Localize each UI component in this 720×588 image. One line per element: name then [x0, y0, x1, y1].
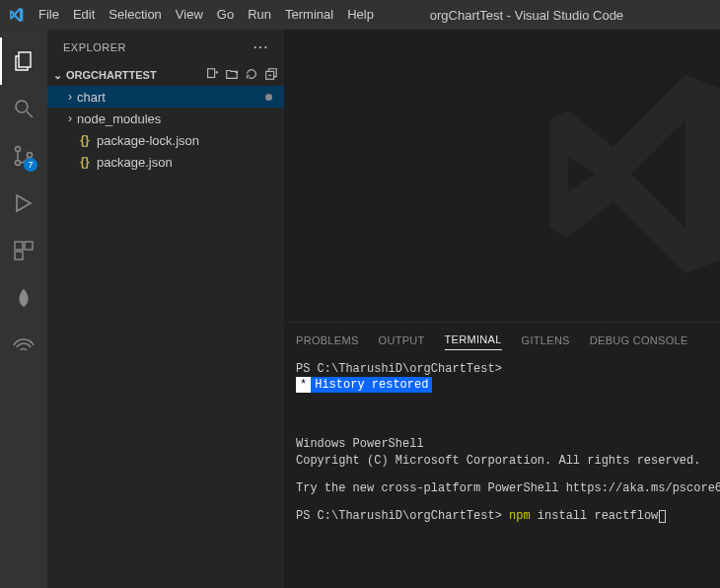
- terminal-line: Windows PowerShell: [296, 436, 708, 452]
- svg-line-2: [27, 111, 33, 117]
- menu-selection[interactable]: Selection: [102, 0, 168, 30]
- title-bar: File Edit Selection View Go Run Terminal…: [0, 0, 720, 30]
- project-name: ORGCHARTTEST: [66, 69, 157, 81]
- terminal-line: PS C:\TharushiD\orgChartTest>: [296, 361, 708, 377]
- refresh-icon[interactable]: [245, 67, 258, 83]
- new-file-icon[interactable]: [205, 67, 219, 83]
- modified-indicator-icon: [265, 94, 272, 101]
- sidebar: EXPLORER ⋯ ⌄ ORGCHARTTEST › chart ›: [47, 30, 284, 588]
- tree-folder-chart[interactable]: › chart: [47, 86, 284, 108]
- panel-tab-terminal[interactable]: TERMINAL: [445, 330, 502, 350]
- menu-go[interactable]: Go: [210, 0, 241, 30]
- activity-extensions[interactable]: [0, 227, 47, 274]
- svg-rect-9: [208, 69, 215, 78]
- tree-label: package-lock.json: [97, 133, 199, 148]
- svg-point-3: [16, 147, 21, 152]
- menu-help[interactable]: Help: [340, 0, 381, 30]
- menu-bar: File Edit Selection View Go Run Terminal…: [32, 0, 381, 30]
- panel-tab-debug-console[interactable]: DEBUG CONSOLE: [590, 331, 688, 350]
- activity-mongodb[interactable]: [0, 274, 47, 322]
- activity-bar: 7: [0, 30, 47, 588]
- chevron-right-icon: ›: [63, 90, 77, 104]
- json-file-icon: {}: [77, 155, 93, 169]
- collapse-all-icon[interactable]: [264, 67, 278, 83]
- menu-edit[interactable]: Edit: [66, 0, 102, 30]
- tree-label: package.json: [97, 155, 173, 170]
- panel-tab-gitlens[interactable]: GITLENS: [522, 331, 570, 350]
- svg-rect-8: [15, 252, 23, 259]
- terminal-prompt-line: PS C:\TharushiD\orgChartTest> npm instal…: [296, 508, 708, 524]
- bottom-panel: PROBLEMS OUTPUT TERMINAL GITLENS DEBUG C…: [284, 322, 720, 588]
- activity-explorer[interactable]: [0, 37, 47, 85]
- file-tree: › chart › node_modules {} package-lock.j…: [47, 86, 284, 588]
- svg-point-5: [28, 153, 33, 158]
- menu-file[interactable]: File: [32, 0, 66, 30]
- menu-view[interactable]: View: [169, 0, 210, 30]
- main-area: PROBLEMS OUTPUT TERMINAL GITLENS DEBUG C…: [284, 30, 720, 588]
- sidebar-more-icon[interactable]: ⋯: [252, 37, 269, 56]
- panel-tab-output[interactable]: OUTPUT: [379, 331, 425, 350]
- sidebar-title-row: EXPLORER ⋯: [47, 30, 284, 64]
- svg-rect-0: [19, 52, 31, 67]
- activity-search[interactable]: [0, 85, 47, 132]
- chevron-right-icon: ›: [63, 111, 77, 125]
- panel-tabs: PROBLEMS OUTPUT TERMINAL GITLENS DEBUG C…: [284, 323, 720, 357]
- history-star: *: [296, 377, 311, 393]
- tree-file-package[interactable]: {} package.json: [47, 151, 284, 173]
- history-restored-label: History restored: [311, 377, 432, 393]
- svg-rect-7: [25, 242, 33, 250]
- svg-point-1: [16, 101, 28, 112]
- vscode-logo-icon: [8, 7, 24, 23]
- activity-remote[interactable]: [0, 322, 47, 369]
- window-title: orgChartTest - Visual Studio Code: [381, 8, 712, 23]
- terminal-content[interactable]: PS C:\TharushiD\orgChartTest> * History …: [284, 357, 720, 588]
- chevron-down-icon: ⌄: [53, 69, 62, 82]
- terminal-line: Try the new cross-platform PowerShell ht…: [296, 480, 708, 496]
- terminal-line: Copyright (C) Microsoft Corporation. All…: [296, 453, 708, 469]
- vscode-watermark-icon: [523, 66, 720, 286]
- sidebar-title: EXPLORER: [63, 41, 126, 53]
- new-folder-icon[interactable]: [225, 67, 239, 83]
- source-control-badge: 7: [24, 158, 37, 172]
- editor-empty: [284, 30, 720, 322]
- tree-label: chart: [77, 90, 106, 105]
- json-file-icon: {}: [77, 133, 93, 147]
- tree-label: node_modules: [77, 111, 161, 126]
- svg-rect-6: [15, 242, 23, 250]
- tree-folder-node-modules[interactable]: › node_modules: [47, 108, 284, 129]
- project-header[interactable]: ⌄ ORGCHARTTEST: [47, 64, 284, 86]
- svg-point-4: [16, 161, 21, 166]
- terminal-cursor-icon: [659, 510, 666, 523]
- tree-file-package-lock[interactable]: {} package-lock.json: [47, 129, 284, 151]
- terminal-history-restored: * History restored: [296, 377, 708, 393]
- panel-tab-problems[interactable]: PROBLEMS: [296, 331, 359, 350]
- menu-terminal[interactable]: Terminal: [278, 0, 340, 30]
- menu-run[interactable]: Run: [241, 0, 278, 30]
- activity-run-debug[interactable]: [0, 180, 47, 227]
- activity-source-control[interactable]: 7: [0, 132, 47, 180]
